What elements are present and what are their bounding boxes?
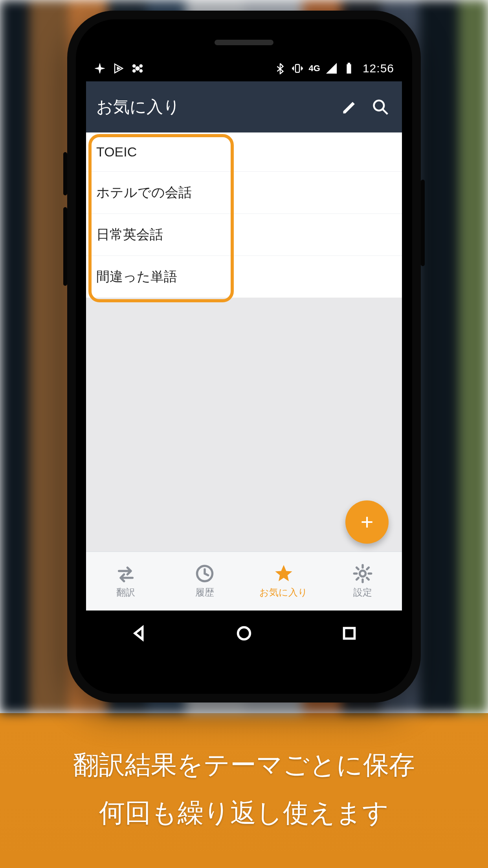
square-recent-icon <box>340 624 358 642</box>
tab-settings[interactable]: 設定 <box>323 552 402 611</box>
svg-line-9 <box>383 109 388 114</box>
plus-icon: + <box>361 511 374 533</box>
bluetooth-icon <box>274 63 286 74</box>
caption-line: 翻訳結果をテーマごとに保存 <box>16 741 472 789</box>
list-item[interactable]: ホテルでの会話 <box>86 172 402 214</box>
swap-arrows-icon <box>116 563 136 584</box>
puzzle-icon <box>132 63 143 74</box>
vibrate-icon <box>292 63 303 74</box>
gear-icon <box>352 563 373 584</box>
list-item-label: 間違った単語 <box>96 269 177 284</box>
network-type-label: 4G <box>309 63 320 74</box>
device-earpiece <box>215 40 273 45</box>
svg-point-11 <box>360 571 365 577</box>
svg-rect-5 <box>295 64 299 72</box>
tab-history[interactable]: 履歴 <box>165 552 244 611</box>
svg-point-0 <box>136 66 139 70</box>
tab-label: 履歴 <box>195 586 214 599</box>
tab-label: 設定 <box>353 586 372 599</box>
list-item[interactable]: 間違った単語 <box>86 256 402 298</box>
page-title: お気に入り <box>96 96 330 118</box>
search-icon <box>372 98 389 116</box>
tab-label: お気に入り <box>259 586 308 599</box>
android-nav-bar <box>86 611 402 658</box>
circle-home-icon <box>235 624 253 642</box>
device-frame: 4G 12:56 お気に入り <box>67 11 421 702</box>
pencil-icon <box>341 98 358 116</box>
svg-point-12 <box>238 627 250 640</box>
svg-rect-13 <box>344 628 355 638</box>
tab-label: 翻訳 <box>116 586 135 599</box>
svg-point-8 <box>374 100 384 110</box>
svg-point-3 <box>133 69 136 72</box>
clock-icon <box>194 563 215 584</box>
caption-line: 何回も繰り返し使えます <box>16 789 472 837</box>
play-badge-icon <box>113 63 125 74</box>
tab-translate[interactable]: 翻訳 <box>86 552 165 611</box>
status-time: 12:56 <box>363 62 394 75</box>
device-button <box>63 207 67 286</box>
svg-point-2 <box>139 64 143 68</box>
svg-point-1 <box>133 64 136 68</box>
battery-icon <box>343 63 355 74</box>
svg-rect-7 <box>348 63 350 64</box>
triangle-back-icon <box>130 624 148 642</box>
tab-favorites[interactable]: お気に入り <box>244 552 323 611</box>
nav-recent-button[interactable] <box>340 624 358 644</box>
promo-caption: 翻訳結果をテーマごとに保存 何回も繰り返し使えます <box>0 713 488 868</box>
search-button[interactable] <box>369 96 392 118</box>
list-item-label: ホテルでの会話 <box>96 185 192 200</box>
list-item[interactable]: TOEIC <box>86 132 402 172</box>
signal-icon <box>326 63 338 74</box>
device-button <box>421 180 425 266</box>
tab-bar: 翻訳 履歴 お気に入り <box>86 552 402 611</box>
list-item-label: TOEIC <box>96 144 137 159</box>
device-button <box>63 152 67 195</box>
nav-home-button[interactable] <box>235 624 253 644</box>
status-bar: 4G 12:56 <box>86 55 402 81</box>
nav-back-button[interactable] <box>130 624 148 644</box>
favorites-list: TOEIC ホテルでの会話 日常英会話 間違った単語 <box>86 132 402 298</box>
pinwheel-icon <box>94 63 106 74</box>
add-button[interactable]: + <box>345 500 389 544</box>
list-item-label: 日常英会話 <box>96 227 163 242</box>
edit-button[interactable] <box>338 96 361 118</box>
app-bar: お気に入り <box>86 81 402 132</box>
content-area: TOEIC ホテルでの会話 日常英会話 間違った単語 + <box>86 132 402 611</box>
svg-point-4 <box>139 69 143 72</box>
list-item[interactable]: 日常英会話 <box>86 214 402 256</box>
star-icon <box>273 563 294 584</box>
device-screen: 4G 12:56 お気に入り <box>86 55 402 658</box>
svg-rect-6 <box>347 64 351 74</box>
